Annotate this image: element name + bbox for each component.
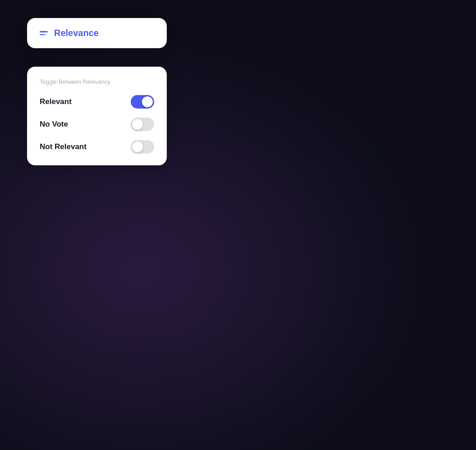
relevance-button[interactable]: Relevance: [27, 18, 167, 48]
toggle-row-novote: No Vote: [40, 118, 154, 131]
toggle-label-relevant: Relevant: [40, 97, 72, 106]
relevance-icon: [40, 31, 48, 35]
toggle-switch-notrelevant[interactable]: [131, 140, 154, 154]
relevance-label: Relevance: [54, 28, 99, 38]
toggle-row-relevant: Relevant: [40, 95, 154, 109]
toggle-knob-relevant: [142, 96, 153, 107]
toggle-knob-novote: [132, 119, 143, 130]
toggle-knob-notrelevant: [132, 141, 143, 152]
toggle-label-notrelevant: Not Relevant: [40, 142, 87, 151]
toggle-panel-title: Toggle Between Relevancy: [40, 78, 154, 85]
toggle-switch-novote[interactable]: [131, 118, 154, 131]
toggle-label-novote: No Vote: [40, 120, 68, 129]
toggle-row-notrelevant: Not Relevant: [40, 140, 154, 154]
toggle-switch-relevant[interactable]: [131, 95, 154, 109]
toggle-panel: Toggle Between Relevancy Relevant No Vot…: [27, 67, 167, 165]
